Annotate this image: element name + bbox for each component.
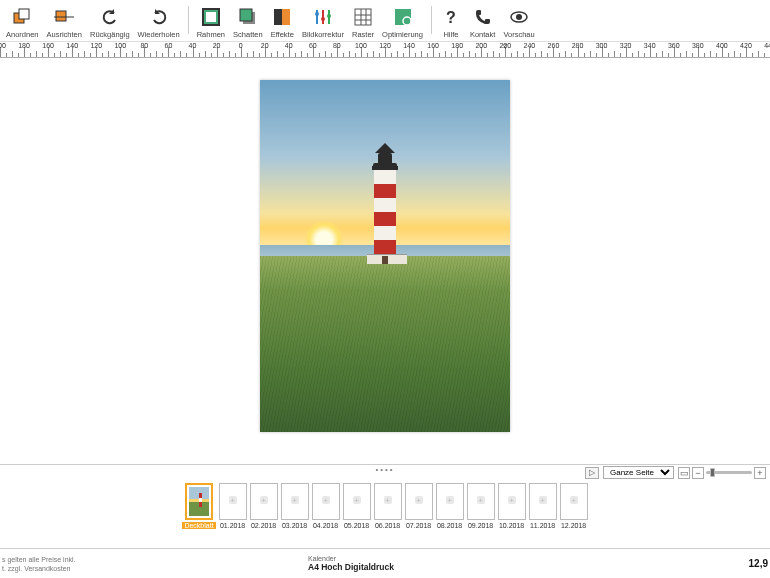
month-label: 05.2018 — [344, 522, 369, 529]
next-page-button[interactable]: ▷ — [585, 467, 599, 479]
kontakt-button[interactable]: Kontakt — [466, 6, 499, 39]
month-slot: 07.2018 — [405, 483, 433, 529]
month-thumb[interactable] — [281, 483, 309, 520]
toolbar-label: Vorschau — [503, 30, 534, 39]
month-slot: 01.2018 — [219, 483, 247, 529]
horizontal-ruler: 2001801601401201008060402002040608010012… — [0, 42, 770, 58]
month-label: 09.2018 — [468, 522, 493, 529]
zoom-select[interactable]: Ganze Seite — [603, 466, 674, 479]
month-label: 08.2018 — [437, 522, 462, 529]
cover-thumb[interactable] — [185, 483, 213, 520]
ruler-number: 120 — [379, 42, 391, 49]
month-slot: 02.2018 — [250, 483, 278, 529]
frame-icon — [200, 6, 222, 28]
ruler-number: 100 — [114, 42, 126, 49]
ruler-number: 400 — [716, 42, 728, 49]
ruler-number: 260 — [548, 42, 560, 49]
raster-button[interactable]: Raster — [348, 6, 378, 39]
adjust-icon — [312, 6, 334, 28]
month-label: 04.2018 — [313, 522, 338, 529]
month-thumb[interactable] — [467, 483, 495, 520]
ruler-number: 160 — [427, 42, 439, 49]
svg-point-26 — [516, 14, 522, 20]
month-thumb[interactable] — [560, 483, 588, 520]
canvas-control-bar: •••• ▷ Ganze Seite ▭ − + — [0, 464, 770, 480]
undo-icon — [99, 6, 121, 28]
toolbar-separator — [431, 6, 432, 34]
ruler-number: 40 — [285, 42, 293, 49]
redo-icon — [148, 6, 170, 28]
ruler-number: 360 — [668, 42, 680, 49]
month-thumb[interactable] — [219, 483, 247, 520]
wiederholen-button[interactable]: Wiederholen — [134, 6, 184, 39]
optimierung-button[interactable]: Optimierung — [378, 6, 427, 39]
phone-icon — [472, 6, 494, 28]
toolbar-label: Anordnen — [6, 30, 39, 39]
month-thumb[interactable] — [343, 483, 371, 520]
schatten-button[interactable]: Schatten — [229, 6, 267, 39]
svg-rect-9 — [274, 9, 282, 25]
month-label: 02.2018 — [251, 522, 276, 529]
ruler-cursor-icon[interactable]: ▿ — [503, 42, 508, 50]
optimize-icon — [392, 6, 414, 28]
month-label: 12.2018 — [561, 522, 586, 529]
calendar-page[interactable] — [260, 80, 510, 432]
ruler-number: 0 — [239, 42, 243, 49]
ruler-number: 80 — [140, 42, 148, 49]
ruler-number: 180 — [451, 42, 463, 49]
svg-point-15 — [327, 14, 331, 18]
month-thumb[interactable] — [250, 483, 278, 520]
toolbar-label: Optimierung — [382, 30, 423, 39]
vorschau-button[interactable]: Vorschau — [499, 6, 538, 39]
ruler-number: 100 — [355, 42, 367, 49]
ruler-number: 280 — [572, 42, 584, 49]
month-thumb[interactable] — [405, 483, 433, 520]
rahmen-button[interactable]: Rahmen — [193, 6, 229, 39]
zoom-in-icon[interactable]: + — [754, 467, 766, 479]
zoom-fit-icon[interactable]: ▭ — [678, 467, 690, 479]
anordnen-button[interactable]: Anordnen — [2, 6, 43, 39]
ruler-number: 80 — [333, 42, 341, 49]
product-info: Kalender A4 Hoch Digitaldruck — [308, 555, 749, 572]
toolbar-label: Wiederholen — [138, 30, 180, 39]
month-thumb[interactable] — [374, 483, 402, 520]
ruler-number: 300 — [596, 42, 608, 49]
cover-image[interactable] — [260, 80, 510, 432]
canvas-area: •••• ▷ Ganze Seite ▭ − + — [0, 58, 770, 480]
svg-rect-7 — [240, 9, 252, 21]
zoom-out-icon[interactable]: − — [692, 467, 704, 479]
month-label: 03.2018 — [282, 522, 307, 529]
bildkorrektur-button[interactable]: Bildkorrektur — [298, 6, 348, 39]
month-thumb[interactable] — [312, 483, 340, 520]
month-thumb[interactable] — [529, 483, 557, 520]
month-slot: 09.2018 — [467, 483, 495, 529]
month-thumb[interactable] — [498, 483, 526, 520]
rueckgaengig-button[interactable]: Rückgängig — [86, 6, 134, 39]
ruler-number: 140 — [403, 42, 415, 49]
ruler-number: 240 — [524, 42, 536, 49]
drag-handle-icon[interactable]: •••• — [375, 465, 394, 474]
svg-rect-1 — [19, 9, 29, 19]
month-slot: 06.2018 — [374, 483, 402, 529]
svg-line-23 — [410, 24, 412, 26]
svg-rect-16 — [355, 9, 371, 25]
svg-rect-5 — [206, 12, 216, 22]
ruler-number: 20 — [213, 42, 221, 49]
month-label: 11.2018 — [530, 522, 555, 529]
zoom-slider[interactable] — [706, 471, 752, 474]
month-thumb[interactable] — [436, 483, 464, 520]
month-label: 06.2018 — [375, 522, 400, 529]
ruler-number: 120 — [90, 42, 102, 49]
svg-point-13 — [315, 12, 319, 16]
month-slot: 03.2018 — [281, 483, 309, 529]
ausrichten-button[interactable]: Ausrichten — [43, 6, 86, 39]
effekte-button[interactable]: Effekte — [267, 6, 298, 39]
month-slot: 12.2018 — [560, 483, 588, 529]
price-label: 12,9 — [749, 558, 770, 569]
ruler-number: 140 — [66, 42, 78, 49]
eye-icon — [508, 6, 530, 28]
toolbar-label: Hilfe — [443, 30, 458, 39]
toolbar-label: Rahmen — [197, 30, 225, 39]
hilfe-button[interactable]: ?Hilfe — [436, 6, 466, 39]
ruler-number: 60 — [309, 42, 317, 49]
